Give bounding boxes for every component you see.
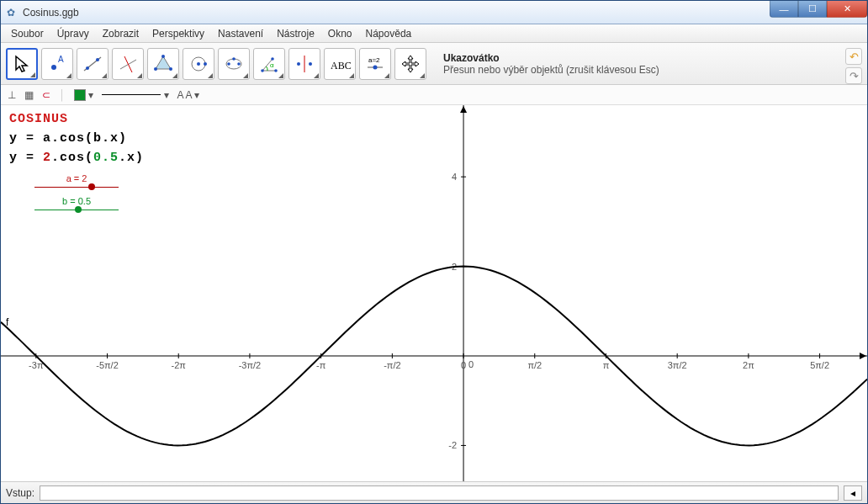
svg-text:2π: 2π	[743, 360, 754, 370]
svg-marker-31	[860, 353, 866, 359]
input-bar: Vstup: ◂	[1, 481, 867, 503]
svg-point-24	[309, 62, 312, 66]
svg-point-19	[261, 69, 264, 72]
slider-a-label: a = 2	[66, 173, 87, 183]
menu-window[interactable]: Okno	[323, 26, 357, 41]
svg-text:-2: -2	[448, 440, 457, 450]
svg-text:A: A	[58, 55, 64, 64]
close-button[interactable]: ✕	[827, 1, 867, 18]
svg-marker-7	[156, 56, 171, 69]
line-style-picker[interactable]: ▾	[102, 89, 169, 101]
svg-text:-3π/2: -3π/2	[239, 360, 262, 370]
svg-point-15	[227, 62, 230, 66]
style-bar: ⊥ ▦ ⊂ │ ▾ ▾ A A ▾	[1, 85, 867, 105]
svg-text:0: 0	[468, 359, 474, 369]
svg-point-12	[197, 62, 200, 66]
tool-polygon[interactable]	[147, 48, 179, 80]
svg-text:-π: -π	[316, 360, 326, 370]
equation-general: y = a.cos(b.x)	[9, 131, 144, 146]
command-input[interactable]	[40, 485, 839, 501]
slider-a[interactable]: a = 2	[9, 173, 144, 188]
svg-text:-5π/2: -5π/2	[96, 360, 119, 370]
color-picker[interactable]: ▾	[74, 89, 93, 101]
svg-text:3π/2: 3π/2	[668, 360, 687, 370]
svg-point-20	[274, 69, 278, 72]
svg-point-28	[373, 65, 378, 69]
tool-name-label: Ukazovátko	[443, 52, 659, 64]
tool-conic[interactable]	[218, 48, 250, 80]
tool-point[interactable]: A	[41, 48, 73, 80]
svg-text:f: f	[6, 316, 9, 328]
tool-bar: A α	[1, 43, 867, 85]
tool-circle[interactable]	[183, 48, 214, 80]
svg-point-23	[297, 62, 300, 66]
svg-point-4	[96, 58, 99, 61]
tool-description: Ukazovátko Přesun nebo výběr objektů (zr…	[443, 52, 659, 76]
menu-settings[interactable]: Nastavení	[213, 26, 268, 41]
tool-angle[interactable]: α	[253, 48, 285, 80]
font-size-picker[interactable]: A A ▾	[177, 89, 200, 101]
svg-text:4: 4	[452, 172, 457, 182]
svg-text:π/2: π/2	[527, 360, 542, 370]
overlay-panel: COSINUS y = a.cos(b.x) y = 2.cos(0.5.x) …	[9, 112, 144, 210]
slider-b-label: b = 0.5	[62, 196, 91, 206]
svg-point-21	[271, 57, 274, 61]
menu-bar: Soubor Úpravy Zobrazit Perspektivy Nasta…	[1, 24, 867, 43]
menu-view[interactable]: Zobrazit	[98, 26, 144, 41]
svg-point-8	[161, 55, 165, 58]
eq-a-value: 2	[43, 151, 51, 165]
svg-point-10	[154, 67, 157, 71]
tool-line[interactable]	[77, 48, 108, 80]
svg-point-13	[204, 62, 207, 66]
svg-text:0: 0	[461, 360, 466, 370]
menu-file[interactable]: Soubor	[6, 26, 49, 41]
svg-text:5π/2: 5π/2	[810, 360, 829, 370]
input-history-button[interactable]: ◂	[844, 485, 862, 501]
app-icon: ✿	[4, 6, 18, 19]
tool-slider[interactable]: a=2	[359, 48, 391, 80]
graphics-view[interactable]: -3π-5π/2-2π-3π/2-π-π/20π/2π3π/22π5π/2-22…	[1, 105, 867, 481]
tool-reflect[interactable]	[288, 48, 320, 80]
svg-text:-π/2: -π/2	[384, 360, 400, 370]
eq-post: .x)	[119, 151, 144, 165]
svg-text:-2π: -2π	[172, 360, 187, 370]
separator: │	[59, 89, 66, 101]
window-title: Cosinus.ggb	[23, 7, 79, 19]
equation-specific: y = 2.cos(0.5.x)	[9, 151, 144, 165]
eq-pre: y =	[9, 151, 43, 165]
eq-b-value: 0.5	[93, 151, 119, 165]
minimize-button[interactable]: —	[770, 1, 798, 18]
menu-help[interactable]: Nápověda	[361, 26, 417, 41]
redo-icon[interactable]: ↷	[845, 67, 862, 84]
maximize-button[interactable]: ☐	[798, 1, 827, 18]
tool-move-view[interactable]	[394, 48, 426, 80]
menu-perspectives[interactable]: Perspektivy	[147, 26, 209, 41]
svg-text:ABC: ABC	[331, 60, 352, 72]
tool-perpendicular[interactable]	[112, 48, 144, 80]
toggle-axes-icon[interactable]: ⊥	[8, 89, 16, 101]
tool-hint-label: Přesun nebo výběr objektů (zrušit kláves…	[443, 64, 659, 76]
toggle-grid-icon[interactable]: ▦	[24, 89, 34, 101]
svg-point-3	[86, 66, 89, 70]
slider-b[interactable]: b = 0.5	[9, 196, 144, 210]
svg-text:α: α	[270, 61, 274, 69]
svg-point-9	[169, 67, 172, 71]
window-titlebar: ✿ Cosinus.ggb — ☐ ✕	[1, 1, 867, 24]
plot-title: COSINUS	[9, 112, 144, 126]
svg-point-16	[237, 62, 241, 66]
menu-edit[interactable]: Úpravy	[52, 26, 94, 41]
menu-tools[interactable]: Nástroje	[272, 26, 320, 41]
svg-marker-32	[460, 106, 467, 113]
svg-point-0	[51, 65, 56, 70]
tool-move[interactable]	[6, 48, 38, 80]
svg-line-6	[124, 56, 132, 72]
undo-icon[interactable]: ↶	[845, 48, 862, 65]
magnet-icon[interactable]: ⊂	[42, 89, 50, 101]
svg-text:π: π	[603, 360, 610, 370]
input-label: Vstup:	[6, 487, 34, 499]
svg-text:a=2: a=2	[368, 56, 380, 64]
tool-text[interactable]: ABC	[324, 48, 356, 80]
svg-point-17	[232, 57, 236, 61]
eq-mid: .cos(	[51, 151, 93, 165]
